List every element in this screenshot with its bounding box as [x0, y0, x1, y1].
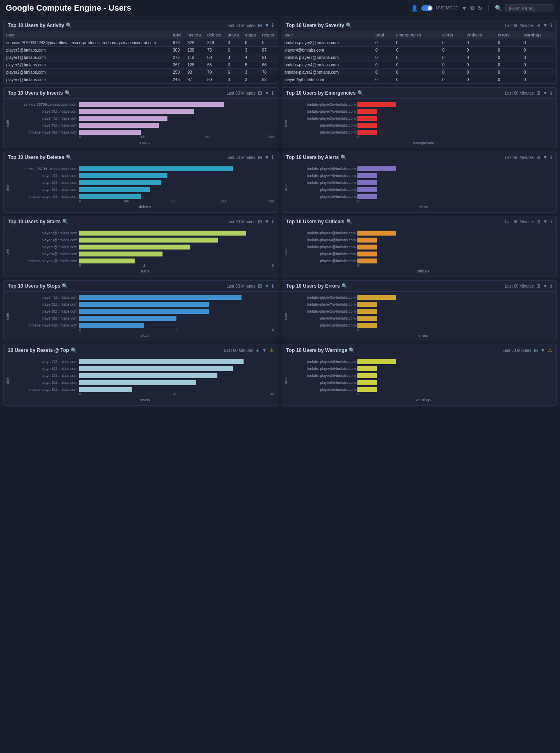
x-tick: 6 — [272, 263, 274, 268]
live-mode-toggle[interactable] — [421, 5, 433, 11]
bar-row: bmlabs-player3@bmlabs.com — [294, 359, 552, 364]
bar-track — [79, 173, 274, 178]
search-icon-deletes[interactable]: 🔍 — [66, 154, 72, 160]
panel-criticals-title: Top 10 Users by Criticals 🔍 — [286, 219, 352, 225]
bar-label: bmlabs-player3@bmlabs.com — [294, 102, 356, 107]
bar-fill — [357, 359, 396, 364]
panel-emergencies: Top 10 Users by Emergencies 🔍 Last 60 Mi… — [282, 87, 557, 148]
x-tick: 100 — [139, 135, 145, 139]
filter-icon-alerts[interactable]: ▼ — [543, 154, 548, 160]
search-icon-activity[interactable]: 🔍 — [66, 23, 72, 28]
search-icon-inserts[interactable]: 🔍 — [65, 90, 71, 96]
bar-row: player4@bmlabs.com — [16, 252, 274, 256]
bar-label: player1@bmlabs.com — [16, 245, 77, 249]
bar-track — [357, 252, 552, 256]
search-icon-resets[interactable]: 🔍 — [71, 347, 77, 353]
x-tick: 0 — [79, 328, 81, 332]
criticals-chart: user bmlabs-player3@bmlabs.com bmlabs-pl… — [282, 227, 556, 277]
info-icon-starts[interactable]: ℹ — [272, 219, 274, 225]
x-tick: 0 — [79, 199, 81, 203]
info-icon-criticals[interactable]: ℹ — [550, 219, 552, 225]
info-icon-stops[interactable]: ℹ — [272, 283, 274, 289]
search-icon-warnings[interactable]: 🔍 — [349, 347, 355, 353]
bar-row: bmlabs-player7@bmlabs.com — [294, 173, 552, 178]
search-icon-emergencies[interactable]: 🔍 — [357, 90, 364, 96]
info-icon-emergencies[interactable]: ℹ — [550, 90, 552, 96]
export-icon-alerts[interactable]: ⊞ — [536, 154, 540, 160]
header-controls: 👤 LIVE MODE ▼ ⧉ ↻ ⋮ 🔍 — [411, 4, 554, 12]
export-icon-activity[interactable]: ⊞ — [258, 23, 262, 28]
filter-icon-warnings[interactable]: ▼ — [540, 347, 545, 353]
table-cell: 0 — [225, 39, 242, 47]
info-icon-deletes[interactable]: ℹ — [272, 154, 274, 160]
app-header: Google Compute Engine - Users 👤 LIVE MOD… — [0, 0, 560, 16]
bar-track — [357, 316, 552, 321]
search-icon-severity[interactable]: 🔍 — [346, 23, 352, 28]
export-icon-inserts[interactable]: ⊞ — [258, 90, 262, 96]
filter-icon-deletes[interactable]: ▼ — [264, 154, 269, 160]
info-icon-errors[interactable]: ℹ — [550, 283, 552, 289]
more-icon[interactable]: ⋮ — [486, 5, 492, 11]
filter-icon-starts[interactable]: ▼ — [264, 219, 269, 225]
filter-icon-resets[interactable]: ▼ — [262, 347, 267, 353]
export-icon-warnings[interactable]: ⊞ — [534, 347, 538, 353]
table-cell: 87 — [260, 47, 278, 54]
panel-criticals-header: Top 10 Users by Criticals 🔍 Last 60 Minu… — [282, 216, 556, 227]
search-icon-starts[interactable]: 🔍 — [62, 219, 68, 225]
axis-label: resets — [16, 398, 274, 402]
bar-row: bmlabs-player2@bmlabs.com — [294, 245, 552, 249]
export-icon-criticals[interactable]: ⊞ — [536, 219, 540, 225]
export-icon-resets[interactable]: ⊞ — [255, 347, 260, 353]
filter-icon-stops[interactable]: ▼ — [264, 283, 269, 289]
col-deletes-activity: deletes — [205, 31, 225, 39]
bar-fill — [79, 373, 217, 378]
panel-emergencies-controls: Last 60 Minutes ⊞ ▼ ℹ — [505, 90, 553, 96]
table-cell: 97 — [185, 76, 205, 84]
bar-track — [357, 380, 552, 385]
table-cell: 6 — [225, 69, 242, 76]
share-icon[interactable]: ⧉ — [470, 5, 474, 11]
axis-label: emergencies — [294, 141, 552, 145]
export-icon-deletes[interactable]: ⊞ — [258, 154, 262, 160]
bar-track — [357, 166, 552, 171]
filter-icon[interactable]: ▼ — [461, 5, 467, 11]
info-icon-severity[interactable]: ℹ — [550, 23, 552, 28]
search-icon-alerts[interactable]: 🔍 — [341, 154, 347, 160]
filter-icon-severity[interactable]: ▼ — [543, 23, 548, 28]
bar-fill — [357, 123, 377, 128]
info-icon-activity[interactable]: ℹ — [272, 23, 274, 28]
bar-row: bmlabs-player5@bmlabs.com — [16, 387, 274, 392]
info-icon-alerts[interactable]: ℹ — [550, 154, 552, 160]
bar-chart: player2@bmlabs.com player3@bmlabs.com pl… — [16, 231, 274, 263]
axis-label: alerts — [294, 205, 552, 209]
bar-fill — [357, 238, 377, 243]
bar-label: player2@bmlabs.com — [16, 302, 77, 306]
severity-table-container: user total emergencies alerts criticals … — [282, 31, 556, 84]
export-icon-emergencies[interactable]: ⊞ — [536, 90, 540, 96]
bar-fill — [357, 102, 396, 107]
col-errors-severity: errors — [495, 31, 521, 39]
export-icon-errors[interactable]: ⊞ — [536, 283, 540, 289]
bar-fill — [357, 380, 377, 385]
export-icon-starts[interactable]: ⊞ — [258, 219, 262, 225]
filter-icon-inserts[interactable]: ▼ — [264, 90, 269, 96]
search-input[interactable] — [505, 4, 554, 12]
export-icon-stops[interactable]: ⊞ — [258, 283, 262, 289]
info-icon-inserts[interactable]: ℹ — [272, 90, 274, 96]
search-icon-stops[interactable]: 🔍 — [62, 283, 68, 289]
search-icon-errors[interactable]: 🔍 — [341, 283, 348, 289]
bar-label: bmlabs-player7@bmlabs.com — [16, 323, 77, 327]
filter-icon-errors[interactable]: ▼ — [543, 283, 548, 289]
panel-criticals-controls: Last 60 Minutes ⊞ ▼ ℹ — [505, 219, 553, 225]
bar-row: bmlabs-player2@bmlabs.com — [294, 309, 552, 314]
filter-icon-emergencies[interactable]: ▼ — [543, 90, 548, 96]
search-icon-criticals[interactable]: 🔍 — [346, 219, 352, 225]
filter-icon-activity[interactable]: ▼ — [264, 23, 269, 28]
export-icon-severity[interactable]: ⊞ — [536, 23, 540, 28]
panel-activity-header: Top 10 Users by Activity 🔍 Last 60 Minut… — [4, 20, 278, 31]
refresh-icon[interactable]: ↻ — [478, 5, 483, 11]
filter-icon-criticals[interactable]: ▼ — [543, 219, 548, 225]
x-axis: 0 — [357, 263, 552, 268]
bar-row: player6@bmlabs.com — [294, 316, 552, 321]
bar-fill — [357, 231, 396, 236]
